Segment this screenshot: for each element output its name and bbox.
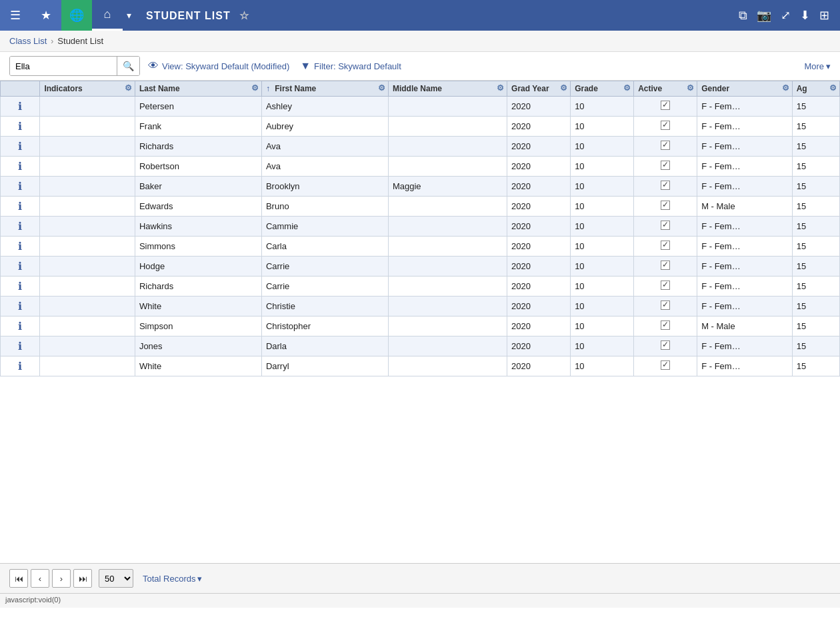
active-checkbox[interactable] — [661, 281, 670, 290]
info-icon[interactable]: ℹ — [5, 120, 35, 133]
active-checkbox[interactable] — [661, 161, 670, 170]
active-checkbox[interactable] — [661, 320, 670, 330]
info-icon[interactable]: ℹ — [5, 160, 35, 173]
gear-icon-grade[interactable]: ⚙ — [623, 83, 631, 93]
total-records-button[interactable]: Total Records ▾ — [143, 574, 202, 584]
next-page-button[interactable]: › — [52, 569, 71, 588]
info-cell[interactable]: ℹ — [1, 217, 40, 237]
info-cell[interactable]: ℹ — [1, 336, 40, 356]
table-row[interactable]: ℹWhiteChristie202010F - Fem…15 — [1, 297, 840, 316]
student-table: Indicators ⚙ Last Name ⚙ ↑ First Name ⚙ … — [0, 81, 840, 376]
gear-icon-indicators[interactable]: ⚙ — [125, 83, 132, 93]
table-row[interactable]: ℹSimpsonChristopher202010M - Male15 — [1, 316, 840, 336]
more-button[interactable]: More ▾ — [804, 61, 831, 71]
table-row[interactable]: ℹEdwardsBruno202010M - Male15 — [1, 197, 840, 217]
gear-icon-lastname[interactable]: ⚙ — [251, 83, 259, 93]
table-row[interactable]: ℹHodgeCarrie202010F - Fem…15 — [1, 257, 840, 277]
info-cell[interactable]: ℹ — [1, 356, 40, 376]
col-header-lastname: Last Name ⚙ — [135, 81, 261, 97]
table-row[interactable]: ℹHawkinsCammie202010F - Fem…15 — [1, 217, 840, 237]
middlename-cell — [388, 316, 507, 336]
gradyear-cell: 2020 — [507, 237, 571, 257]
table-row[interactable]: ℹFrankAubrey202010F - Fem…15 — [1, 117, 840, 137]
active-checkbox[interactable] — [661, 241, 670, 250]
info-cell[interactable]: ℹ — [1, 137, 40, 157]
gear-icon-age[interactable]: ⚙ — [829, 83, 837, 93]
info-icon[interactable]: ℹ — [5, 240, 35, 253]
info-icon[interactable]: ℹ — [5, 340, 35, 352]
home-dropdown-button[interactable]: ▾ — [123, 0, 135, 31]
gear-icon-gender[interactable]: ⚙ — [782, 83, 789, 93]
info-cell[interactable]: ℹ — [1, 177, 40, 197]
sort-arrow-icon[interactable]: ↑ — [266, 84, 270, 93]
col-header-grade: Grade ⚙ — [571, 81, 634, 97]
info-icon[interactable]: ℹ — [5, 300, 35, 312]
active-checkbox[interactable] — [661, 121, 670, 130]
expand-icon[interactable]: ⤢ — [781, 8, 791, 23]
breadcrumb-classlist-link[interactable]: Class List — [9, 36, 47, 46]
first-page-button[interactable]: ⏮ — [9, 569, 28, 588]
middlename-cell — [388, 217, 507, 237]
table-row[interactable]: ℹRichardsAva202010F - Fem…15 — [1, 137, 840, 157]
filter-selector[interactable]: ▼ Filter: Skyward Default — [300, 60, 401, 72]
info-cell[interactable]: ℹ — [1, 297, 40, 316]
info-cell[interactable]: ℹ — [1, 117, 40, 137]
hamburger-menu-button[interactable]: ☰ — [0, 0, 31, 31]
page-favorite-icon[interactable]: ☆ — [239, 10, 249, 21]
info-cell[interactable]: ℹ — [1, 157, 40, 177]
info-icon[interactable]: ℹ — [5, 220, 35, 233]
active-cell — [634, 297, 697, 316]
active-checkbox[interactable] — [661, 141, 670, 150]
gear-icon-firstname[interactable]: ⚙ — [378, 83, 385, 93]
info-icon[interactable]: ℹ — [5, 200, 35, 213]
info-icon[interactable]: ℹ — [5, 320, 35, 332]
active-checkbox[interactable] — [661, 201, 670, 210]
table-row[interactable]: ℹPetersenAshley202010F - Fem…15 — [1, 97, 840, 117]
info-cell[interactable]: ℹ — [1, 257, 40, 277]
last-page-button[interactable]: ⏭ — [73, 569, 92, 588]
active-checkbox[interactable] — [661, 221, 670, 230]
download-icon[interactable]: ⬇ — [800, 8, 810, 23]
info-cell[interactable]: ℹ — [1, 316, 40, 336]
firstname-cell: Carla — [261, 237, 388, 257]
info-cell[interactable]: ℹ — [1, 197, 40, 217]
table-row[interactable]: ℹJonesDarla202010F - Fem…15 — [1, 336, 840, 356]
active-checkbox[interactable] — [661, 340, 670, 350]
prev-page-button[interactable]: ‹ — [31, 569, 49, 588]
table-row[interactable]: ℹWhiteDarryl202010F - Fem…15 — [1, 356, 840, 376]
table-row[interactable]: ℹRichardsCarrie202010F - Fem…15 — [1, 277, 840, 297]
info-cell[interactable]: ℹ — [1, 97, 40, 117]
active-checkbox[interactable] — [661, 101, 670, 110]
active-checkbox[interactable] — [661, 301, 670, 310]
firstname-cell: Ava — [261, 137, 388, 157]
view-selector[interactable]: 👁 View: Skyward Default (Modified) — [148, 60, 289, 72]
copy-icon[interactable]: ⧉ — [739, 9, 747, 23]
table-row[interactable]: ℹSimmonsCarla202010F - Fem…15 — [1, 237, 840, 257]
info-icon[interactable]: ℹ — [5, 140, 35, 153]
info-icon[interactable]: ℹ — [5, 360, 35, 372]
page-size-select[interactable]: 50 25 100 — [99, 569, 133, 588]
table-row[interactable]: ℹRobertsonAva202010F - Fem…15 — [1, 157, 840, 177]
info-icon[interactable]: ℹ — [5, 100, 35, 113]
active-checkbox[interactable] — [661, 181, 670, 190]
camera-icon[interactable]: 📷 — [757, 8, 771, 23]
gradyear-cell: 2020 — [507, 137, 571, 157]
home-button[interactable]: ⌂ — [92, 0, 123, 31]
table-row[interactable]: ℹBakerBrooklynMaggie202010F - Fem…15 — [1, 177, 840, 197]
search-button[interactable]: 🔍 — [117, 56, 139, 76]
info-icon[interactable]: ℹ — [5, 180, 35, 193]
info-cell[interactable]: ℹ — [1, 277, 40, 297]
favorites-button[interactable]: ★ — [31, 0, 61, 31]
active-checkbox[interactable] — [661, 261, 670, 270]
search-input[interactable] — [10, 56, 117, 76]
indicators-cell — [40, 97, 135, 117]
info-icon[interactable]: ℹ — [5, 260, 35, 273]
info-cell[interactable]: ℹ — [1, 237, 40, 257]
gear-icon-active[interactable]: ⚙ — [687, 83, 694, 93]
globe-button[interactable]: 🌐 — [61, 0, 92, 31]
gear-icon-middlename[interactable]: ⚙ — [497, 83, 504, 93]
grid-icon[interactable]: ⊞ — [819, 8, 829, 23]
active-checkbox[interactable] — [661, 360, 670, 370]
gear-icon-gradyear[interactable]: ⚙ — [560, 83, 567, 93]
info-icon[interactable]: ℹ — [5, 280, 35, 293]
